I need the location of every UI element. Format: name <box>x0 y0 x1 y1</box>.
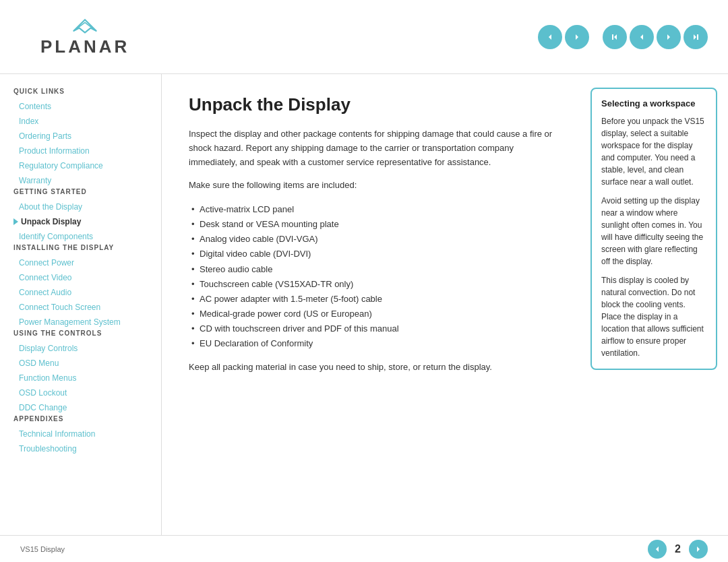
sidebar-link-about-display[interactable]: About the Display <box>13 199 148 214</box>
sidebar-link-identify-components[interactable]: Identify Components <box>13 229 148 244</box>
tip-paragraph-2: Avoid setting up the display near a wind… <box>601 195 706 268</box>
list-item: Digital video cable (DVI-DVI) <box>189 247 553 261</box>
sidebar-link-warranty[interactable]: Warranty <box>13 173 148 188</box>
sidebar-link-troubleshooting[interactable]: Troubleshooting <box>13 441 148 456</box>
svg-marker-7 <box>694 34 696 40</box>
tip-paragraph-3: This display is cooled by natural convec… <box>601 274 706 359</box>
sidebar-link-technical-info[interactable]: Technical Information <box>13 427 148 441</box>
logo-icon <box>65 17 105 34</box>
nav-back-button[interactable] <box>630 25 654 49</box>
sidebar-link-ddc-change[interactable]: DDC Change <box>13 400 148 415</box>
footer-next-button[interactable] <box>689 540 708 559</box>
intro-paragraph: Inspect the display and other package co… <box>189 127 553 169</box>
sidebar-link-osd-menu[interactable]: OSD Menu <box>13 356 148 371</box>
top-bar: PLANAR <box>0 0 728 74</box>
footer-prev-button[interactable] <box>648 540 667 559</box>
svg-marker-2 <box>576 34 578 40</box>
sidebar-link-function-menus[interactable]: Function Menus <box>13 371 148 385</box>
tip-sidebar: Selecting a workspace Before you unpack … <box>580 74 728 535</box>
sidebar-link-product-info[interactable]: Product Information <box>13 144 148 158</box>
content-area: Unpack the Display Inspect the display a… <box>162 74 728 535</box>
nav-forward-button[interactable] <box>657 25 681 49</box>
sidebar-link-ordering-parts[interactable]: Ordering Parts <box>13 129 148 144</box>
nav-group-secondary <box>603 25 708 49</box>
list-item: Active-matrix LCD panel <box>189 202 553 217</box>
section-title-getting-started: GETTING STARTED <box>13 188 148 195</box>
tip-paragraph-1: Before you unpack the VS15 display, sele… <box>601 115 706 188</box>
list-item: AC power adapter with 1.5-meter (5-foot)… <box>189 292 553 307</box>
svg-marker-1 <box>549 34 551 40</box>
svg-marker-0 <box>74 20 96 32</box>
svg-marker-10 <box>697 547 700 552</box>
sidebar-link-index[interactable]: Index <box>13 114 148 129</box>
sidebar-link-regulatory[interactable]: Regulatory Compliance <box>13 158 148 173</box>
sidebar-section-controls: USING THE CONTROLS Display Controls OSD … <box>13 330 148 415</box>
closing-paragraph: Keep all packing material in case you ne… <box>189 361 553 375</box>
sidebar-link-display-controls[interactable]: Display Controls <box>13 341 148 356</box>
logo-text: PLANAR <box>40 36 129 57</box>
list-item: Analog video cable (DVI-VGA) <box>189 232 553 247</box>
svg-marker-3 <box>614 34 617 40</box>
footer-page: 2 <box>648 540 708 559</box>
section-title-installing: INSTALLING THE DISPLAY <box>13 244 148 251</box>
tip-box: Selecting a workspace Before you unpack … <box>590 88 717 370</box>
section-title-controls: USING THE CONTROLS <box>13 330 148 337</box>
sidebar-link-contents[interactable]: Contents <box>13 99 148 114</box>
nav-group-primary <box>538 25 589 49</box>
main-content: Unpack the Display Inspect the display a… <box>162 74 580 535</box>
nav-first-button[interactable] <box>603 25 627 49</box>
active-arrow-icon <box>13 218 18 225</box>
nav-prev-button[interactable] <box>538 25 562 49</box>
sidebar: QUICK LINKS Contents Index Ordering Part… <box>0 74 162 535</box>
logo-area: PLANAR <box>40 17 129 57</box>
svg-marker-9 <box>656 547 659 552</box>
footer-doc-name: VS15 Display <box>20 545 65 553</box>
sidebar-section-installing: INSTALLING THE DISPLAY Connect Power Con… <box>13 244 148 330</box>
items-list: Active-matrix LCD panel Desk stand or VE… <box>189 202 553 351</box>
main-layout: QUICK LINKS Contents Index Ordering Part… <box>0 74 728 535</box>
section-title-quick-links: QUICK LINKS <box>13 88 148 95</box>
sidebar-link-connect-touch[interactable]: Connect Touch Screen <box>13 300 148 315</box>
sidebar-section-appendixes: APPENDIXES Technical Information Trouble… <box>13 415 148 456</box>
list-item: Medical-grade power cord (US or European… <box>189 307 553 321</box>
sidebar-link-osd-lockout[interactable]: OSD Lockout <box>13 385 148 400</box>
page-title: Unpack the Display <box>189 94 553 115</box>
sidebar-section-getting-started: GETTING STARTED About the Display Unpack… <box>13 188 148 244</box>
list-item: Touchscreen cable (VS15XAD-TR only) <box>189 277 553 292</box>
svg-rect-4 <box>612 34 613 40</box>
page-number: 2 <box>675 543 681 555</box>
sidebar-link-unpack-display[interactable]: Unpack Display <box>13 214 148 229</box>
svg-marker-6 <box>667 34 670 40</box>
list-item: Stereo audio cable <box>189 262 553 277</box>
footer: VS15 Display 2 <box>0 535 728 562</box>
list-item: Desk stand or VESA mounting plate <box>189 217 553 232</box>
sidebar-section-quick-links: QUICK LINKS Contents Index Ordering Part… <box>13 88 148 188</box>
svg-marker-5 <box>640 34 643 40</box>
items-intro-paragraph: Make sure the following items are includ… <box>189 179 553 193</box>
sidebar-link-connect-video[interactable]: Connect Video <box>13 270 148 285</box>
section-title-appendixes: APPENDIXES <box>13 415 148 423</box>
sidebar-link-power-management[interactable]: Power Management System <box>13 315 148 330</box>
sidebar-link-connect-audio[interactable]: Connect Audio <box>13 285 148 300</box>
nav-controls <box>538 25 708 49</box>
list-item: CD with touchscreen driver and PDF of th… <box>189 321 553 336</box>
nav-last-button[interactable] <box>684 25 708 49</box>
tip-title: Selecting a workspace <box>601 98 706 108</box>
sidebar-link-connect-power[interactable]: Connect Power <box>13 255 148 270</box>
nav-next-button[interactable] <box>565 25 589 49</box>
list-item: EU Declaration of Conformity <box>189 336 553 351</box>
svg-rect-8 <box>697 34 698 40</box>
